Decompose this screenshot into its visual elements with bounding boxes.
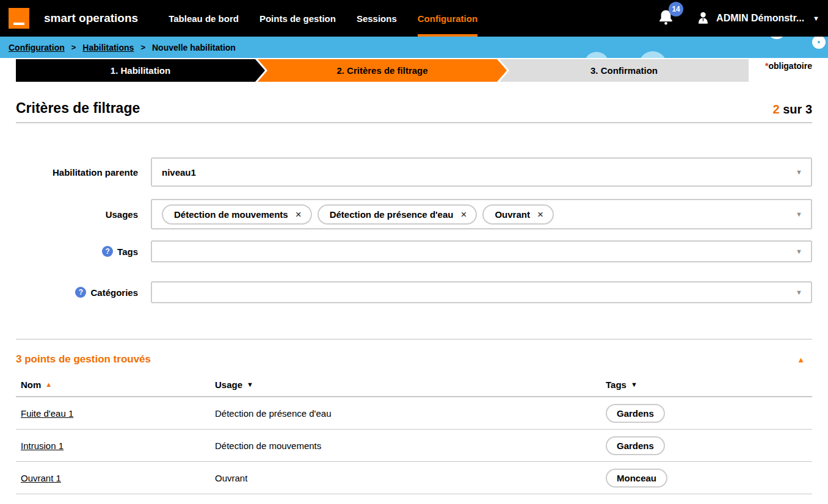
sort-desc-icon: ▼: [247, 381, 253, 388]
chip-label: Détection de mouvements: [174, 209, 288, 220]
step-criteres-de-filtrage[interactable]: 2. Critères de filtrage: [258, 59, 507, 82]
categories-label: ? Catégories: [16, 287, 138, 298]
column-label: Usage: [215, 380, 242, 390]
usages-chips: Détection de mouvements × Détection de p…: [162, 204, 554, 225]
tag-badge: Monceau: [606, 469, 667, 488]
decorative-bubble: [768, 37, 786, 39]
help-icon[interactable]: ?: [102, 246, 113, 257]
decorative-bubble: [639, 51, 667, 58]
wizard-steps-row: 1. Habilitation 2. Critères de filtrage …: [16, 59, 812, 82]
point-link[interactable]: Ouvrant 1: [21, 473, 61, 483]
habilitation-parente-select[interactable]: niveau1 ▼: [151, 157, 812, 187]
main-nav: Tableau de bord Points de gestion Sessio…: [169, 0, 478, 37]
help-icon[interactable]: ?: [75, 287, 86, 298]
column-label: Nom: [21, 380, 41, 390]
page-title: Critères de filtrage: [16, 100, 140, 117]
step-confirmation[interactable]: 3. Confirmation: [499, 59, 749, 82]
point-link[interactable]: Fuite d'eau 1: [21, 408, 73, 419]
wizard-stepper: 1. Habilitation 2. Critères de filtrage …: [16, 59, 749, 82]
page-title-row: Critères de filtrage 2 sur 3: [16, 100, 812, 123]
usage-cell: Détection de présence d'eau: [215, 408, 606, 419]
table-header-row: Nom ▲ Usage ▼ Tags ▼: [16, 373, 812, 397]
nav-tableau-de-bord[interactable]: Tableau de bord: [169, 0, 239, 37]
breadcrumb-current-page: Nouvelle habilitation: [152, 43, 236, 52]
step-counter-suffix: sur 3: [780, 103, 812, 116]
categories-label-text: Catégories: [90, 287, 138, 298]
chevron-down-icon: ▼: [813, 15, 819, 22]
decorative-bubble: [584, 52, 609, 58]
app-title: smart operations: [44, 12, 138, 25]
tag-badge: Gardens: [606, 436, 665, 455]
usage-cell: Ouvrant: [215, 473, 606, 483]
habilitation-parente-label: Habilitation parente: [16, 167, 138, 178]
notification-badge: 14: [669, 2, 683, 16]
main-content: 1. Habilitation 2. Critères de filtrage …: [0, 59, 828, 494]
chevron-down-icon[interactable]: ▼: [796, 211, 802, 218]
breadcrumb-separator: >: [140, 43, 145, 52]
results-count-title: 3 points de gestion trouvés: [16, 353, 151, 365]
form-row-habilitation-parente: Habilitation parente niveau1 ▼: [16, 157, 812, 187]
habilitation-parente-label-text: Habilitation parente: [53, 167, 138, 178]
notifications-button[interactable]: 14: [658, 8, 674, 29]
column-header-usage[interactable]: Usage ▼: [215, 380, 606, 390]
chip-label: Détection de présence d'eau: [330, 209, 454, 220]
form-row-categories: ? Catégories ▼: [16, 281, 812, 303]
person-icon: [696, 9, 710, 28]
chip-ouvrant: Ouvrant ×: [482, 204, 553, 225]
chip-detection-de-presence-eau: Détection de présence d'eau ×: [318, 204, 478, 225]
column-header-nom[interactable]: Nom ▲: [21, 380, 215, 390]
habilitation-parente-value: niveau1: [162, 167, 196, 178]
filter-form: Habilitation parente niveau1 ▼ Usages Dé…: [16, 157, 812, 303]
step-habilitation[interactable]: 1. Habilitation: [16, 59, 265, 82]
tags-label-text: Tags: [117, 247, 138, 257]
divider: [16, 339, 812, 340]
table-row: Ouvrant 1 Ouvrant Monceau: [16, 462, 812, 494]
tags-label: ? Tags: [16, 246, 138, 257]
breadcrumb-configuration[interactable]: Configuration: [9, 43, 65, 52]
form-row-tags: ? Tags ▼: [16, 240, 812, 262]
orange-logo[interactable]: [9, 8, 29, 29]
close-icon[interactable]: ×: [537, 209, 543, 220]
nav-sessions[interactable]: Sessions: [357, 0, 397, 37]
top-bar: smart operations Tableau de bord Points …: [0, 0, 828, 37]
tag-badge: Gardens: [606, 404, 665, 423]
sort-desc-icon: ▼: [631, 381, 637, 388]
header-actions: 14 ADMIN Démonstr... ▼: [658, 0, 819, 37]
usages-multiselect[interactable]: Détection de mouvements × Détection de p…: [151, 199, 812, 229]
chip-detection-de-mouvements: Détection de mouvements ×: [162, 204, 312, 225]
categories-select[interactable]: ▼: [151, 281, 812, 303]
sort-asc-icon: ▲: [45, 381, 52, 388]
step-counter: 2 sur 3: [773, 103, 812, 117]
point-link[interactable]: Intrusion 1: [21, 441, 64, 451]
chip-label: Ouvrant: [495, 209, 530, 220]
table-row: Intrusion 1 Détection de mouvements Gard…: [16, 430, 812, 462]
required-note: *obligatoire: [749, 59, 812, 71]
decorative-ring: [812, 37, 826, 49]
form-row-usages: Usages Détection de mouvements × Détecti…: [16, 199, 812, 229]
nav-configuration[interactable]: Configuration: [418, 0, 478, 37]
close-icon[interactable]: ×: [296, 209, 302, 220]
usages-label-text: Usages: [106, 209, 138, 220]
user-name: ADMIN Démonstr...: [716, 13, 804, 24]
usages-label: Usages: [16, 209, 138, 220]
tags-select[interactable]: ▼: [151, 240, 812, 262]
step-counter-current: 2: [773, 103, 780, 116]
usage-cell: Détection de mouvements: [215, 441, 606, 451]
chevron-down-icon[interactable]: ▼: [796, 289, 802, 296]
required-label: obligatoire: [768, 61, 812, 71]
column-header-tags[interactable]: Tags ▼: [606, 380, 807, 390]
orange-logo-bar: [13, 23, 24, 25]
chevron-down-icon[interactable]: ▼: [796, 248, 802, 255]
table-row: Fuite d'eau 1 Détection de présence d'ea…: [16, 397, 812, 430]
column-label: Tags: [606, 380, 626, 390]
breadcrumb-habilitations[interactable]: Habilitations: [82, 43, 134, 52]
collapse-arrow-icon[interactable]: ▲: [797, 355, 812, 364]
close-icon[interactable]: ×: [460, 209, 467, 220]
chevron-down-icon[interactable]: ▼: [796, 168, 802, 176]
user-menu[interactable]: ADMIN Démonstr... ▼: [696, 9, 819, 28]
results-table: Nom ▲ Usage ▼ Tags ▼ Fuite d'eau 1 Détec…: [16, 373, 812, 494]
breadcrumb-banner: Configuration > Habilitations > Nouvelle…: [0, 37, 828, 58]
results-header: 3 points de gestion trouvés ▲: [16, 353, 812, 365]
nav-points-de-gestion[interactable]: Points de gestion: [260, 0, 336, 37]
breadcrumb-separator: >: [71, 43, 76, 52]
